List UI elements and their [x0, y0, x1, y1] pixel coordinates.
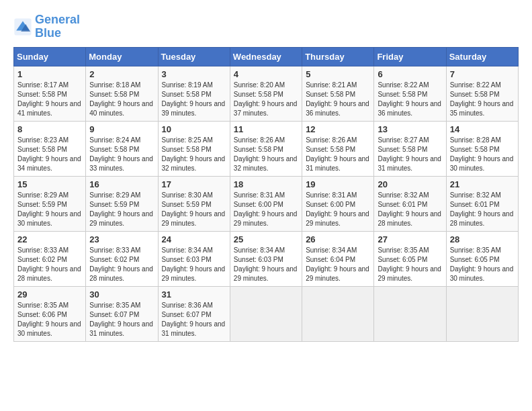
weekday-header: Saturday: [446, 47, 518, 66]
day-info: Sunrise: 8:23 AMSunset: 5:58 PMDaylight:…: [17, 136, 81, 172]
calendar-cell: 4 Sunrise: 8:20 AMSunset: 5:58 PMDayligh…: [230, 66, 302, 121]
day-number: 14: [450, 124, 515, 134]
calendar-cell: 14 Sunrise: 8:28 AMSunset: 5:58 PMDaylig…: [446, 121, 518, 176]
day-info: Sunrise: 8:18 AMSunset: 5:58 PMDaylight:…: [89, 81, 153, 117]
day-info: Sunrise: 8:35 AMSunset: 6:06 PMDaylight:…: [17, 302, 81, 337]
day-number: 15: [17, 179, 82, 189]
day-info: Sunrise: 8:30 AMSunset: 5:59 PMDaylight:…: [162, 191, 226, 227]
day-number: 29: [17, 289, 82, 300]
calendar-week-row: 1 Sunrise: 8:17 AMSunset: 5:58 PMDayligh…: [14, 66, 519, 121]
calendar-cell: 6 Sunrise: 8:22 AMSunset: 5:58 PMDayligh…: [374, 66, 446, 121]
day-info: Sunrise: 8:35 AMSunset: 6:05 PMDaylight:…: [450, 246, 514, 282]
day-number: 11: [234, 124, 298, 134]
calendar-cell: 29 Sunrise: 8:35 AMSunset: 6:06 PMDaylig…: [14, 286, 86, 341]
day-number: 27: [378, 234, 442, 244]
calendar-week-row: 15 Sunrise: 8:29 AMSunset: 5:59 PMDaylig…: [14, 176, 519, 231]
calendar-cell: 8 Sunrise: 8:23 AMSunset: 5:58 PMDayligh…: [14, 121, 86, 176]
day-number: 6: [378, 69, 442, 79]
logo: General Blue: [13, 13, 80, 40]
day-number: 13: [378, 124, 442, 134]
calendar-cell: 31 Sunrise: 8:36 AMSunset: 6:07 PMDaylig…: [158, 286, 230, 341]
day-info: Sunrise: 8:26 AMSunset: 5:58 PMDaylight:…: [306, 136, 369, 172]
calendar-cell: 21 Sunrise: 8:32 AMSunset: 6:01 PMDaylig…: [446, 176, 518, 231]
day-info: Sunrise: 8:26 AMSunset: 5:58 PMDaylight:…: [234, 136, 298, 172]
page-header: General Blue: [13, 13, 519, 40]
weekday-header: Wednesday: [230, 47, 302, 66]
day-info: Sunrise: 8:29 AMSunset: 5:59 PMDaylight:…: [89, 191, 153, 227]
day-info: Sunrise: 8:21 AMSunset: 5:58 PMDaylight:…: [306, 81, 369, 117]
day-number: 8: [17, 124, 82, 134]
calendar-cell: 12 Sunrise: 8:26 AMSunset: 5:58 PMDaylig…: [302, 121, 374, 176]
weekday-header-row: SundayMondayTuesdayWednesdayThursdayFrid…: [14, 47, 519, 66]
calendar-cell: 22 Sunrise: 8:33 AMSunset: 6:02 PMDaylig…: [14, 231, 86, 286]
weekday-header: Sunday: [14, 47, 86, 66]
calendar-cell: [446, 286, 518, 341]
calendar-cell: 26 Sunrise: 8:34 AMSunset: 6:04 PMDaylig…: [302, 231, 374, 286]
calendar-cell: 24 Sunrise: 8:34 AMSunset: 6:03 PMDaylig…: [158, 231, 230, 286]
day-number: 25: [234, 234, 298, 244]
day-info: Sunrise: 8:36 AMSunset: 6:07 PMDaylight:…: [162, 302, 226, 337]
day-number: 23: [89, 234, 154, 244]
day-info: Sunrise: 8:17 AMSunset: 5:58 PMDaylight:…: [17, 81, 81, 117]
calendar-cell: [374, 286, 446, 341]
day-info: Sunrise: 8:35 AMSunset: 6:07 PMDaylight:…: [89, 302, 153, 337]
day-number: 17: [162, 179, 226, 189]
day-info: Sunrise: 8:22 AMSunset: 5:58 PMDaylight:…: [378, 81, 441, 117]
day-info: Sunrise: 8:35 AMSunset: 6:05 PMDaylight:…: [378, 246, 441, 282]
calendar-week-row: 8 Sunrise: 8:23 AMSunset: 5:58 PMDayligh…: [14, 121, 519, 176]
calendar-cell: [230, 286, 302, 341]
calendar-cell: 13 Sunrise: 8:27 AMSunset: 5:58 PMDaylig…: [374, 121, 446, 176]
calendar-cell: 25 Sunrise: 8:34 AMSunset: 6:03 PMDaylig…: [230, 231, 302, 286]
calendar-cell: 30 Sunrise: 8:35 AMSunset: 6:07 PMDaylig…: [86, 286, 158, 341]
calendar-cell: 18 Sunrise: 8:31 AMSunset: 6:00 PMDaylig…: [230, 176, 302, 231]
calendar-week-row: 29 Sunrise: 8:35 AMSunset: 6:06 PMDaylig…: [14, 286, 519, 341]
day-info: Sunrise: 8:27 AMSunset: 5:58 PMDaylight:…: [378, 136, 441, 172]
calendar-cell: 1 Sunrise: 8:17 AMSunset: 5:58 PMDayligh…: [14, 66, 86, 121]
day-info: Sunrise: 8:31 AMSunset: 6:00 PMDaylight:…: [234, 191, 298, 227]
calendar-cell: 16 Sunrise: 8:29 AMSunset: 5:59 PMDaylig…: [86, 176, 158, 231]
day-info: Sunrise: 8:34 AMSunset: 6:03 PMDaylight:…: [162, 246, 226, 282]
day-info: Sunrise: 8:29 AMSunset: 5:59 PMDaylight:…: [17, 191, 81, 227]
calendar-cell: 23 Sunrise: 8:33 AMSunset: 6:02 PMDaylig…: [86, 231, 158, 286]
calendar-week-row: 22 Sunrise: 8:33 AMSunset: 6:02 PMDaylig…: [14, 231, 519, 286]
day-info: Sunrise: 8:34 AMSunset: 6:03 PMDaylight:…: [234, 246, 298, 282]
calendar-cell: 5 Sunrise: 8:21 AMSunset: 5:58 PMDayligh…: [302, 66, 374, 121]
calendar-cell: 3 Sunrise: 8:19 AMSunset: 5:58 PMDayligh…: [158, 66, 230, 121]
day-info: Sunrise: 8:34 AMSunset: 6:04 PMDaylight:…: [306, 246, 369, 282]
day-number: 19: [306, 179, 370, 189]
day-info: Sunrise: 8:20 AMSunset: 5:58 PMDaylight:…: [234, 81, 298, 117]
day-info: Sunrise: 8:28 AMSunset: 5:58 PMDaylight:…: [450, 136, 514, 172]
calendar-cell: 2 Sunrise: 8:18 AMSunset: 5:58 PMDayligh…: [86, 66, 158, 121]
day-number: 16: [89, 179, 154, 189]
calendar-cell: 11 Sunrise: 8:26 AMSunset: 5:58 PMDaylig…: [230, 121, 302, 176]
day-number: 9: [89, 124, 154, 134]
day-number: 31: [162, 289, 226, 300]
calendar-cell: [302, 286, 374, 341]
day-info: Sunrise: 8:32 AMSunset: 6:01 PMDaylight:…: [450, 191, 514, 227]
day-number: 24: [162, 234, 226, 244]
logo-text: General Blue: [35, 13, 80, 40]
weekday-header: Friday: [374, 47, 446, 66]
day-number: 26: [306, 234, 370, 244]
day-info: Sunrise: 8:31 AMSunset: 6:00 PMDaylight:…: [306, 191, 369, 227]
calendar-cell: 27 Sunrise: 8:35 AMSunset: 6:05 PMDaylig…: [374, 231, 446, 286]
day-number: 10: [162, 124, 226, 134]
weekday-header: Tuesday: [158, 47, 230, 66]
calendar-cell: 20 Sunrise: 8:32 AMSunset: 6:01 PMDaylig…: [374, 176, 446, 231]
day-number: 4: [234, 69, 298, 79]
day-info: Sunrise: 8:32 AMSunset: 6:01 PMDaylight:…: [378, 191, 441, 227]
day-number: 12: [306, 124, 370, 134]
calendar-cell: 15 Sunrise: 8:29 AMSunset: 5:59 PMDaylig…: [14, 176, 86, 231]
day-info: Sunrise: 8:24 AMSunset: 5:58 PMDaylight:…: [89, 136, 153, 172]
day-number: 30: [89, 289, 154, 300]
day-number: 1: [17, 69, 82, 79]
day-info: Sunrise: 8:25 AMSunset: 5:58 PMDaylight:…: [162, 136, 226, 172]
day-info: Sunrise: 8:22 AMSunset: 5:58 PMDaylight:…: [450, 81, 514, 117]
weekday-header: Thursday: [302, 47, 374, 66]
day-number: 20: [378, 179, 442, 189]
calendar-cell: 17 Sunrise: 8:30 AMSunset: 5:59 PMDaylig…: [158, 176, 230, 231]
calendar-table: SundayMondayTuesdayWednesdayThursdayFrid…: [13, 47, 519, 342]
day-number: 22: [17, 234, 82, 244]
calendar-cell: 28 Sunrise: 8:35 AMSunset: 6:05 PMDaylig…: [446, 231, 518, 286]
day-number: 3: [162, 69, 226, 79]
